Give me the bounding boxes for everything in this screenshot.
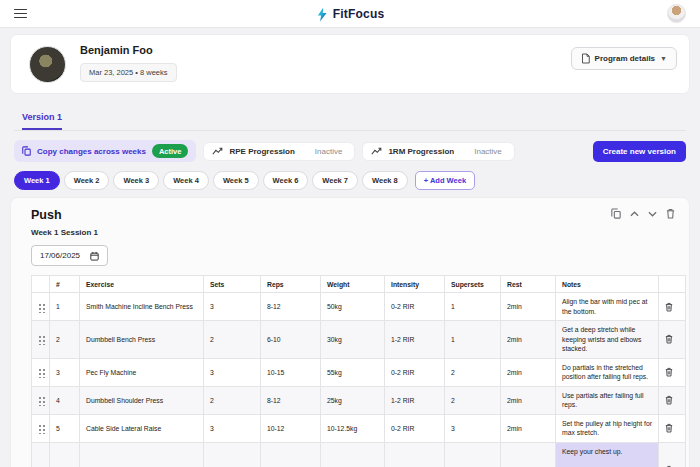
cell-reps[interactable]: 10-12: [261, 414, 321, 442]
cell-exercise[interactable]: Cable Tricep Pushdown: [80, 442, 204, 467]
delete-exercise-cell[interactable]: [659, 442, 686, 467]
cell-exercise[interactable]: Smith Machine Incline Bench Press: [80, 293, 204, 321]
week-pill-5[interactable]: Week 5: [213, 171, 259, 190]
drag-handle[interactable]: [32, 293, 50, 321]
client-avatar: [29, 46, 66, 83]
cell-notes[interactable]: Get a deep stretch while keeping wrists …: [556, 321, 659, 359]
hamburger-menu-icon[interactable]: [14, 9, 27, 19]
week-pill-6[interactable]: Week 6: [263, 171, 309, 190]
move-session-up-icon[interactable]: [630, 211, 639, 217]
delete-exercise-cell[interactable]: [659, 386, 686, 414]
drag-handle[interactable]: [32, 386, 50, 414]
cell-weight[interactable]: 15-20kg: [321, 442, 385, 467]
week-pill-4[interactable]: Week 4: [163, 171, 209, 190]
cell-intensity[interactable]: 1-2 RIR: [385, 321, 445, 359]
cell-weight[interactable]: 55kg: [321, 358, 385, 386]
header-exercise: Exercise: [80, 276, 204, 293]
cell-exercise[interactable]: Pec Fly Machine: [80, 358, 204, 386]
drag-handle[interactable]: [32, 321, 50, 359]
cell-rest[interactable]: 2min: [501, 442, 556, 467]
header-drag: [32, 276, 50, 293]
program-details-button[interactable]: Program details ▼: [571, 47, 677, 70]
week-pill-1[interactable]: Week 1: [14, 171, 60, 190]
grip-dots-icon: [37, 423, 45, 434]
cell-sets[interactable]: 2: [204, 386, 261, 414]
cell-reps[interactable]: 8-12: [261, 293, 321, 321]
table-header-row: # Exercise Sets Reps Weight Intensity Su…: [32, 276, 686, 293]
rpe-status: Inactive: [315, 147, 347, 156]
tab-version-1[interactable]: Version 1: [22, 112, 62, 130]
cell-weight[interactable]: 25kg: [321, 386, 385, 414]
delete-exercise-cell[interactable]: [659, 321, 686, 359]
header-reps: Reps: [261, 276, 321, 293]
cell-supersets[interactable]: 3: [445, 414, 501, 442]
cell-rest[interactable]: 2min: [501, 358, 556, 386]
cell-intensity[interactable]: 0-2 RIR: [385, 358, 445, 386]
duplicate-session-icon[interactable]: [611, 208, 621, 219]
cell-sets[interactable]: 3: [204, 442, 261, 467]
cell-exercise[interactable]: Dumbbell Bench Press: [80, 321, 204, 359]
exercise-row: 2 Dumbbell Bench Press 2 6-10 30kg 1-2 R…: [32, 321, 686, 359]
rpe-progression-toggle[interactable]: RPE Progression Inactive: [203, 142, 355, 161]
cell-exercise[interactable]: Cable Side Lateral Raise: [80, 414, 204, 442]
cell-supersets[interactable]: 1: [445, 293, 501, 321]
exercise-row: 3 Pec Fly Machine 3 10-15 55kg 0-2 RIR 2…: [32, 358, 686, 386]
cell-supersets[interactable]: 2: [445, 386, 501, 414]
trash-icon[interactable]: [665, 334, 679, 344]
week-pill-7[interactable]: Week 7: [312, 171, 358, 190]
client-card: Benjamin Foo Mar 23, 2025 • 8 weeks Prog…: [10, 34, 690, 94]
orm-progression-toggle[interactable]: 1RM Progression Inactive: [362, 142, 514, 161]
session-date-input[interactable]: 17/06/2025: [31, 245, 108, 266]
cell-number: 4: [50, 386, 80, 414]
cell-notes[interactable]: Do partials in the stretched position af…: [556, 358, 659, 386]
drag-handle[interactable]: [32, 414, 50, 442]
user-avatar-small[interactable]: [667, 4, 686, 23]
drag-handle[interactable]: [32, 358, 50, 386]
cell-rest[interactable]: 2min: [501, 386, 556, 414]
cell-rest[interactable]: 2min: [501, 293, 556, 321]
cell-notes[interactable]: Set the pulley at hip height for max str…: [556, 414, 659, 442]
cell-rest[interactable]: 2min: [501, 321, 556, 359]
trash-icon[interactable]: [665, 367, 679, 377]
document-icon: [581, 53, 590, 64]
cell-notes[interactable]: Use partials after failing full reps.: [556, 386, 659, 414]
cell-sets[interactable]: 3: [204, 293, 261, 321]
cell-intensity[interactable]: 0-2 RIR: [385, 293, 445, 321]
cell-intensity[interactable]: 0-2 RIR: [385, 414, 445, 442]
cell-supersets[interactable]: 2: [445, 358, 501, 386]
cell-reps[interactable]: 10-15: [261, 442, 321, 467]
trash-icon[interactable]: [665, 302, 679, 312]
cell-reps[interactable]: 6-10: [261, 321, 321, 359]
delete-exercise-cell[interactable]: [659, 293, 686, 321]
trash-icon[interactable]: [665, 395, 679, 405]
cell-intensity[interactable]: 1-2 RIR: [385, 386, 445, 414]
week-pill-2[interactable]: Week 2: [64, 171, 110, 190]
version-tabs: Version 1: [14, 106, 686, 131]
trash-icon[interactable]: [665, 423, 679, 433]
cell-supersets[interactable]: 3: [445, 442, 501, 467]
cell-reps[interactable]: 10-15: [261, 358, 321, 386]
week-pill-3[interactable]: Week 3: [113, 171, 159, 190]
cell-weight[interactable]: 30kg: [321, 321, 385, 359]
cell-reps[interactable]: 8-12: [261, 386, 321, 414]
cell-intensity[interactable]: 0-2 RIR: [385, 442, 445, 467]
cell-notes[interactable]: Align the bar with mid pec at the bottom…: [556, 293, 659, 321]
create-new-version-button[interactable]: Create new version: [593, 141, 686, 162]
move-session-down-icon[interactable]: [648, 211, 657, 217]
cell-exercise[interactable]: Dumbbell Shoulder Press: [80, 386, 204, 414]
cell-weight[interactable]: 10-12.5kg: [321, 414, 385, 442]
cell-supersets[interactable]: 1: [445, 321, 501, 359]
week-pill-8[interactable]: Week 8: [362, 171, 408, 190]
copy-changes-toggle[interactable]: Copy changes across weeks Active: [14, 140, 196, 162]
cell-sets[interactable]: 3: [204, 414, 261, 442]
delete-exercise-cell[interactable]: [659, 358, 686, 386]
add-week-button[interactable]: + Add Week: [415, 171, 475, 190]
cell-weight[interactable]: 50kg: [321, 293, 385, 321]
cell-notes[interactable]: Keep your chest up. Make sure to keep yo…: [556, 442, 659, 467]
cell-sets[interactable]: 2: [204, 321, 261, 359]
drag-handle[interactable]: [32, 442, 50, 467]
cell-sets[interactable]: 3: [204, 358, 261, 386]
delete-exercise-cell[interactable]: [659, 414, 686, 442]
delete-session-icon[interactable]: [666, 208, 675, 219]
cell-rest[interactable]: 2min: [501, 414, 556, 442]
